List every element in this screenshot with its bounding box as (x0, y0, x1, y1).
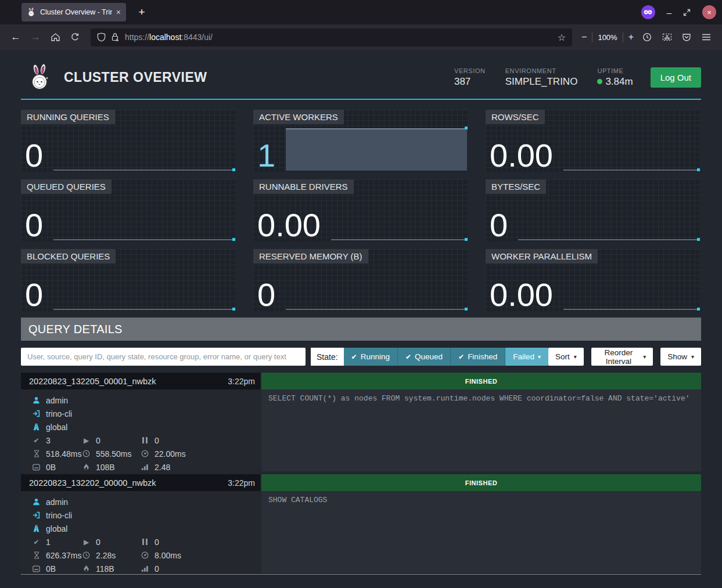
stat-card-bytes-sec: BYTES/SEC 0 (486, 179, 701, 241)
cpu-time-gauge-icon (140, 450, 150, 457)
parallelism-chart-icon (140, 565, 150, 572)
user-icon (31, 498, 41, 506)
state-filter-finished[interactable]: ✔ Finished (451, 348, 505, 366)
queued-time: 518.48ms (46, 449, 81, 459)
parallelism: 0 (155, 564, 159, 573)
uptime-value: 3.84m (605, 76, 633, 88)
stat-value: 1 (253, 140, 275, 172)
browser-window: Cluster Overview - Trino × + – × ← (0, 0, 722, 588)
new-tab-button[interactable]: + (134, 6, 149, 19)
reload-button[interactable] (66, 28, 84, 46)
cumulative-memory-flame-icon (81, 565, 91, 572)
query-user: admin (46, 396, 68, 405)
check-icon: ✔ (405, 353, 411, 361)
version-meta: VERSION 387 (454, 67, 486, 88)
elapsed-time-clock-icon (81, 450, 91, 457)
screenshot-icon[interactable] (658, 28, 676, 46)
reorder-interval-dropdown[interactable]: Reorder Interval ▾ (591, 348, 653, 366)
state-filter-group: ✔ Running ✔ Queued ✔ Finished Failed ▾ (344, 348, 548, 366)
state-filter-failed-dropdown[interactable]: Failed ▾ (505, 348, 548, 366)
completed-splits: 3 (46, 436, 51, 445)
query-header: 20220823_132202_00000_nwbzk 3:22pm (21, 474, 260, 491)
app-header: CLUSTER OVERVIEW VERSION 387 ENVIRONMENT… (21, 50, 701, 100)
home-button[interactable] (46, 28, 64, 46)
lock-warning-icon[interactable] (111, 33, 120, 42)
browser-toolbar: ← → (0, 24, 722, 50)
show-dropdown[interactable]: Show ▾ (660, 348, 701, 366)
window-minimize-button[interactable]: – (667, 8, 671, 17)
cpu-time-gauge-icon (140, 551, 150, 559)
zoom-in-button[interactable]: + (628, 32, 634, 42)
stat-value: 0 (486, 210, 508, 241)
queued-splits: 0 (155, 436, 159, 445)
sign-in-source-icon (31, 511, 41, 519)
current-memory-disk-icon (31, 464, 41, 471)
state-filter-running[interactable]: ✔ Running (344, 348, 398, 366)
sort-dropdown[interactable]: Sort ▾ (548, 348, 584, 366)
stat-value: 0.00 (486, 140, 553, 172)
toolbar-divider (592, 33, 592, 42)
query-search-input[interactable] (21, 348, 306, 366)
cluster-stats-grid: RUNNING QUERIES 0 ACTIVE WORKERS 1 ROWS/… (21, 110, 701, 311)
queued-splits: 0 (155, 538, 159, 547)
logout-button[interactable]: Log Out (651, 67, 701, 88)
environment-meta: ENVIRONMENT SIMPLE_TRINO (505, 67, 578, 88)
tracking-shield-icon[interactable] (97, 33, 106, 42)
stat-value: 0.00 (253, 210, 321, 241)
window-restore-button[interactable] (683, 9, 691, 16)
stat-card-active-workers: ACTIVE WORKERS 1 (253, 110, 469, 172)
query-row: 20220823_132205_00001_nwbzk 3:22pm FINIS… (21, 373, 701, 471)
user-icon (31, 396, 41, 404)
stat-card-runnable-drivers: RUNNABLE DRIVERS 0.00 (253, 179, 469, 241)
pocket-icon[interactable] (678, 28, 695, 46)
query-time: 3:22pm (228, 478, 255, 488)
query-row: 20220823_132202_00000_nwbzk 3:22pm FINIS… (21, 474, 701, 573)
state-filter-queued[interactable]: ✔ Queued (398, 348, 451, 366)
query-sql-text: SHOW CATALOGS (261, 491, 701, 573)
cumulative-memory: 118B (96, 564, 114, 573)
query-id-link[interactable]: 20220823_132205_00001_nwbzk (29, 377, 156, 386)
query-info-panel: admin trino-cli global ✔1 ▶0 0 (21, 491, 260, 573)
zoom-out-button[interactable]: − (581, 32, 587, 42)
query-header: 20220823_132205_00001_nwbzk 3:22pm (21, 373, 260, 389)
chevron-down-icon: ▾ (538, 353, 541, 360)
url-bar[interactable]: https://localhost:8443/ui/ ☆ (91, 28, 572, 46)
completed-splits-check-icon: ✔ (31, 538, 41, 546)
bookmark-star-icon[interactable]: ☆ (558, 32, 566, 43)
stat-value: 0.00 (486, 279, 553, 311)
cumulative-memory: 108B (96, 463, 115, 472)
query-user: admin (46, 497, 68, 507)
tab-close-icon[interactable]: × (116, 8, 121, 17)
window-close-button[interactable]: × (702, 5, 716, 19)
completed-splits: 1 (46, 538, 51, 547)
query-id-link[interactable]: 20220823_132202_00000_nwbzk (29, 478, 156, 488)
chevron-down-icon: ▾ (643, 353, 646, 360)
stat-value: 0 (21, 140, 43, 172)
parallelism-chart-icon (140, 464, 150, 471)
queued-time: 626.37ms (46, 551, 81, 560)
running-splits: 0 (96, 436, 100, 445)
running-splits-play-icon: ▶ (81, 538, 91, 546)
query-info-panel: admin trino-cli global ✔3 ▶0 0 (21, 389, 260, 471)
environment-value: SIMPLE_TRINO (505, 76, 578, 88)
zoom-level[interactable]: 100% (598, 33, 617, 42)
browser-tab[interactable]: Cluster Overview - Trino × (21, 3, 126, 21)
state-filter-label: State: (311, 348, 344, 366)
history-clock-icon[interactable] (638, 28, 656, 46)
cpu-time: 22.00ms (155, 449, 186, 459)
url-text: https://localhost:8443/ui/ (125, 33, 213, 42)
menu-hamburger-icon[interactable] (698, 28, 715, 46)
queued-splits-pause-icon (140, 437, 150, 443)
parallelism: 2.48 (155, 463, 170, 472)
query-source: trino-cli (46, 511, 72, 520)
resource-group-road-icon (31, 423, 41, 431)
forward-button: → (27, 28, 44, 46)
elapsed-time: 2.28s (96, 551, 116, 560)
query-status-badge: FINISHED (261, 373, 701, 389)
running-splits-play-icon: ▶ (81, 437, 91, 445)
back-button[interactable]: ← (7, 28, 24, 46)
queued-time-hourglass-icon (31, 551, 41, 559)
stat-card-running-queries: RUNNING QUERIES 0 (21, 110, 236, 172)
tab-title: Cluster Overview - Trino (40, 8, 112, 16)
completed-splits-check-icon: ✔ (31, 437, 41, 445)
